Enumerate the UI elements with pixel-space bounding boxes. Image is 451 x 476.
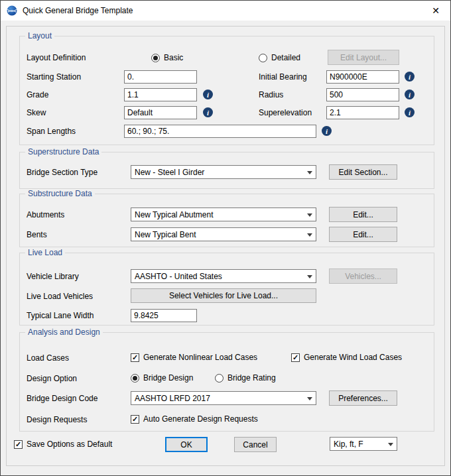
- close-button[interactable]: ✕: [421, 1, 450, 21]
- edit-layout-button: Edit Layout...: [328, 50, 399, 65]
- bridge-section-type-value: New - Steel I Girder: [135, 168, 204, 177]
- vehicle-library-value: AASHTO - United States: [135, 272, 222, 281]
- vehicles-button: Vehicles...: [329, 268, 397, 284]
- cancel-button[interactable]: Cancel: [234, 437, 277, 452]
- group-layout: Layout Layout Definition Basic Detailed …: [19, 36, 434, 145]
- bents-value: New Typical Bent: [135, 230, 196, 239]
- design-requests-label: Design Requests: [27, 415, 87, 425]
- bridge-design-code-dropdown[interactable]: AASHTO LRFD 2017: [131, 391, 316, 405]
- bridge-design-radio[interactable]: [131, 374, 139, 383]
- info-icon[interactable]: i: [405, 107, 415, 117]
- vehicle-library-label: Vehicle Library: [27, 272, 79, 282]
- bridge-rating-radio[interactable]: [215, 374, 224, 383]
- window-title: Quick General Bridge Template: [23, 6, 133, 15]
- layout-definition-label: Layout Definition: [27, 53, 86, 63]
- info-icon[interactable]: i: [405, 89, 415, 99]
- bridge-design-code-label: Bridge Design Code: [27, 394, 97, 404]
- titlebar: Quick General Bridge Template ✕: [1, 1, 450, 21]
- span-lengths-label: Span Lengths: [27, 127, 76, 137]
- info-icon[interactable]: i: [322, 126, 332, 136]
- info-icon[interactable]: i: [203, 107, 213, 117]
- bridge-design-code-value: AASHTO LRFD 2017: [135, 394, 210, 403]
- generate-nonlinear-label[interactable]: Generate Nonlinear Load Cases: [143, 353, 257, 363]
- radius-input[interactable]: [326, 88, 399, 101]
- group-live-load-title: Live Load: [25, 248, 65, 257]
- basic-radio-label[interactable]: Basic: [164, 53, 183, 63]
- chevron-down-icon: [307, 397, 312, 400]
- save-options-checkbox[interactable]: ✓: [14, 440, 23, 449]
- design-option-label: Design Option: [27, 374, 77, 384]
- basic-radio[interactable]: [151, 54, 160, 62]
- dialog-quick-general-bridge-template: Quick General Bridge Template ✕ Layout L…: [0, 0, 451, 476]
- typical-lane-width-label: Typical Lane Width: [27, 311, 94, 321]
- live-load-vehicles-label: Live Load Vehicles: [27, 292, 93, 302]
- bridge-rating-radio-label[interactable]: Bridge Rating: [227, 373, 276, 383]
- superelevation-label: Superelevation: [259, 108, 312, 118]
- starting-station-input[interactable]: [124, 70, 197, 84]
- chevron-down-icon: [307, 233, 312, 237]
- abutments-edit-button[interactable]: Edit...: [329, 207, 397, 222]
- group-live-load: Live Load Vehicle Library AASHTO - Unite…: [19, 253, 434, 326]
- abutments-label: Abutments: [27, 210, 64, 220]
- initial-bearing-input[interactable]: [326, 70, 399, 84]
- vehicle-library-dropdown[interactable]: AASHTO - United States: [131, 269, 316, 283]
- ok-button[interactable]: OK: [165, 437, 208, 452]
- detailed-radio[interactable]: [259, 54, 267, 62]
- bridge-section-type-label: Bridge Section Type: [27, 168, 97, 178]
- abutments-value: New Typical Abutment: [135, 210, 214, 219]
- starting-station-label: Starting Station: [27, 72, 81, 82]
- generate-nonlinear-checkbox[interactable]: ✓: [131, 353, 139, 362]
- superelevation-input[interactable]: [326, 106, 399, 119]
- edit-section-button[interactable]: Edit Section...: [329, 164, 397, 180]
- abutments-dropdown[interactable]: New Typical Abutment: [131, 208, 316, 221]
- preferences-button[interactable]: Preferences...: [329, 390, 397, 406]
- typical-lane-width-input[interactable]: [131, 309, 197, 322]
- initial-bearing-label: Initial Bearing: [259, 72, 307, 82]
- group-substructure: Substructure Data Abutments New Typical …: [19, 194, 434, 247]
- generate-wind-checkbox[interactable]: ✓: [291, 353, 300, 362]
- auto-generate-label[interactable]: Auto Generate Design Requests: [143, 414, 258, 424]
- group-superstructure-title: Superstructure Data: [25, 147, 101, 156]
- select-vehicles-button[interactable]: Select Vehicles for Live Load...: [131, 288, 316, 303]
- units-value: Kip, ft, F: [334, 440, 363, 449]
- generate-wind-label[interactable]: Generate Wind Load Cases: [304, 353, 402, 363]
- chevron-down-icon: [307, 213, 312, 217]
- group-analysis-design-title: Analysis and Design: [25, 327, 103, 337]
- skew-label: Skew: [27, 108, 46, 118]
- units-dropdown[interactable]: Kip, ft, F: [330, 437, 397, 451]
- chevron-down-icon: [388, 443, 393, 446]
- skew-input[interactable]: [124, 106, 197, 119]
- info-icon[interactable]: i: [405, 72, 415, 82]
- close-icon: ✕: [432, 5, 440, 16]
- save-options-label[interactable]: Save Options as Default: [27, 440, 112, 449]
- span-lengths-input[interactable]: [124, 125, 316, 138]
- bents-edit-button[interactable]: Edit...: [329, 227, 397, 242]
- bents-label: Bents: [27, 230, 47, 240]
- radius-label: Radius: [259, 90, 283, 100]
- grade-label: Grade: [27, 90, 48, 100]
- group-superstructure: Superstructure Data Bridge Section Type …: [19, 152, 434, 189]
- group-layout-title: Layout: [25, 31, 54, 40]
- group-analysis-design: Analysis and Design Load Cases ✓ Generat…: [19, 332, 434, 432]
- bents-dropdown[interactable]: New Typical Bent: [131, 227, 316, 241]
- bridge-section-type-dropdown[interactable]: New - Steel I Girder: [131, 165, 316, 179]
- app-icon: [7, 5, 17, 16]
- chevron-down-icon: [307, 275, 312, 278]
- chevron-down-icon: [307, 171, 312, 174]
- load-cases-label: Load Cases: [27, 353, 69, 363]
- group-substructure-title: Substructure Data: [25, 189, 95, 198]
- detailed-radio-label[interactable]: Detailed: [271, 53, 300, 63]
- auto-generate-checkbox[interactable]: ✓: [131, 415, 139, 424]
- bridge-design-radio-label[interactable]: Bridge Design: [143, 373, 193, 383]
- grade-input[interactable]: [124, 88, 197, 101]
- info-icon[interactable]: i: [203, 89, 213, 99]
